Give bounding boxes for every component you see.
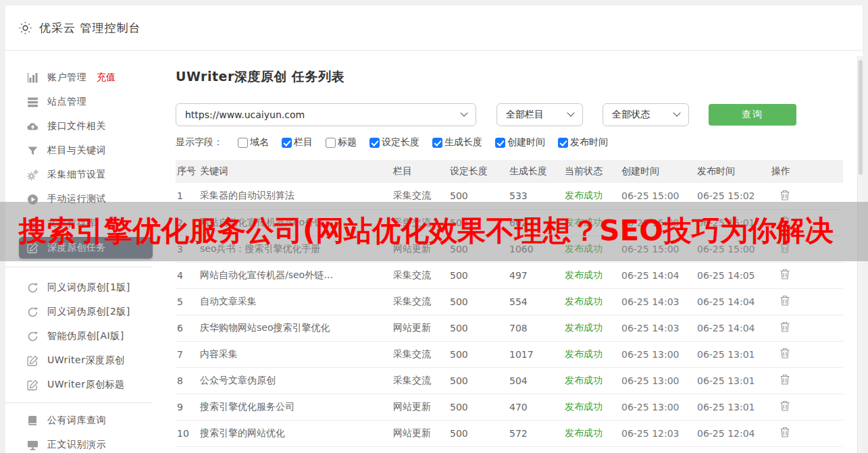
row-gen-length: 572 [508,420,563,446]
row-actions [770,420,843,446]
sidebar-item-synonym-rewrite-v1[interactable]: 同义词伪原创[1版] [5,275,170,300]
sidebar-item-columns-keywords[interactable]: 栏目与关键词 [5,138,170,163]
checkbox-icon [238,138,248,148]
site-select-value: https://www.ucaiyun.com [185,109,305,120]
app-title: 优采云 管理控制台 [39,20,141,36]
trash-icon[interactable] [780,294,790,307]
page-title: UWriter深度原创 任务列表 [176,68,863,86]
row-status: 发布成功 [563,262,620,288]
row-column: 采集交流 [392,367,449,394]
sidebar-item-public-dictionary-query[interactable]: 公有词库查询 [5,408,170,433]
refresh-icon [27,307,39,318]
trash-icon[interactable] [780,426,790,438]
row-set-length: 500 [449,288,508,315]
trash-icon[interactable] [780,189,790,201]
column-select[interactable]: 全部栏目 [496,103,583,126]
row-created: 06-25 13:00 [620,367,696,394]
sidebar-item-uwriter-deep-original[interactable]: UWriter深度原创 [5,348,170,373]
field-checkbox-title[interactable]: 标题 [326,136,357,149]
row-column: 网站更新 [392,315,449,341]
search-button[interactable]: 查询 [709,104,796,126]
status-select-value: 全部状态 [612,109,650,121]
row-gen-length: 554 [508,288,563,315]
table-row: 4 网站自动化宣传机器/seo外链… 采集交流 500 497 发布成功 06-… [176,262,843,288]
chevron-down-icon [460,109,467,117]
field-checkbox-set-length[interactable]: 设定长度 [369,136,419,149]
row-status: 发布成功 [563,367,620,394]
col-header-published: 发布时间 [696,160,770,183]
site-select[interactable]: https://www.ucaiyun.com [176,103,476,126]
sidebar-item-interface-files[interactable]: 接口文件相关 [5,114,170,138]
row-actions [770,341,843,367]
row-keyword: 内容采集 [199,341,392,367]
sidebar-item-label: 同义词伪原创[2版] [47,306,130,318]
row-published: 06-25 14:04 [696,315,770,341]
row-actions [770,315,843,341]
chevron-down-icon [673,109,680,117]
sidebar-divider [5,267,153,267]
row-gen-length: 497 [508,262,563,288]
book-icon [27,415,39,427]
cloud-upload-icon [27,121,39,132]
trash-icon[interactable] [780,400,790,412]
sidebar-item-uwriter-original-title[interactable]: UWriter原创标题 [5,373,170,397]
checkbox-icon [326,138,336,148]
page: 优采云 管理控制台 账户管理 充值 站点管理 接口文件相关 [0,0,868,453]
row-gen-length: 504 [508,367,563,394]
sidebar-item-label: 接口文件相关 [47,120,106,132]
status-select[interactable]: 全部状态 [603,103,689,126]
col-header-keyword: 关键词 [199,160,392,183]
field-checkbox-domain[interactable]: 域名 [238,136,269,149]
table-row: 6 庆华购物网站seo搜索引擎优化 网站更新 500 708 发布成功 06-2… [176,315,843,341]
row-actions [770,367,843,394]
sidebar-item-collection-settings[interactable]: 采集细节设置 [5,163,170,187]
sidebar-item-label: 同义词伪原创[1版] [47,282,130,294]
row-status: 发布成功 [563,420,620,446]
refresh-icon [27,331,39,342]
row-status: 发布成功 [563,315,620,341]
fields-label: 显示字段： [176,136,223,149]
row-published: 06-25 13:01 [696,394,770,420]
display-fields-row: 显示字段： 域名 栏目 标题 设定长度 生成长度 创建时间 发布时间 [176,136,863,149]
row-actions [770,262,843,288]
row-index: 8 [176,367,199,394]
row-keyword: 网站自动化宣传机器/seo外链… [199,262,392,288]
sidebar-item-label: 公有词库查询 [47,415,106,427]
table-row: 7 内容采集 采集交流 500 1017 发布成功 06-25 13:00 06… [176,341,843,367]
row-column: 网站更新 [392,420,449,446]
row-actions [770,394,843,420]
row-gen-length: 470 [508,394,563,420]
trash-icon[interactable] [780,321,790,333]
trash-icon[interactable] [780,268,790,280]
sidebar-item-site-management[interactable]: 站点管理 [5,90,170,114]
sidebar-item-synonym-rewrite-v2[interactable]: 同义词伪原创[2版] [5,300,170,324]
row-status: 发布成功 [563,394,620,420]
row-set-length: 500 [449,420,508,446]
bar-chart-icon [27,72,39,84]
checkbox-checked-icon [432,138,442,148]
field-checkbox-publish-time[interactable]: 发布时间 [558,136,608,149]
column-select-value: 全部栏目 [506,109,544,121]
sidebar-item-content-recognition-demo[interactable]: 正文识别演示 [5,433,170,453]
field-checkbox-column[interactable]: 栏目 [282,136,313,149]
row-column: 采集交流 [392,341,449,367]
checkbox-checked-icon [495,138,505,148]
recharge-badge[interactable]: 充值 [97,72,116,84]
field-checkbox-gen-length[interactable]: 生成长度 [432,136,482,149]
checkbox-checked-icon [558,138,568,148]
trash-icon[interactable] [780,347,790,359]
field-checkbox-created-time[interactable]: 创建时间 [495,136,545,149]
filter-row: https://www.ucaiyun.com 全部栏目 全部状态 查询 [176,103,863,126]
trash-icon[interactable] [780,373,790,385]
row-column: 采集交流 [392,288,449,315]
row-set-length: 500 [449,315,508,341]
row-keyword: 庆华购物网站seo搜索引擎优化 [199,315,392,341]
settings-gear-icon [19,22,32,34]
sidebar-item-label: 采集细节设置 [47,169,106,181]
sidebar-item-ai-rewrite[interactable]: 智能伪原创[AI版] [5,324,170,348]
edit-icon [27,379,39,391]
app-header: 优采云 管理控制台 [5,5,863,51]
row-set-length: 500 [449,262,508,288]
sidebar-item-account-management[interactable]: 账户管理 充值 [5,65,170,90]
scrollbar-thumb[interactable] [859,60,863,175]
